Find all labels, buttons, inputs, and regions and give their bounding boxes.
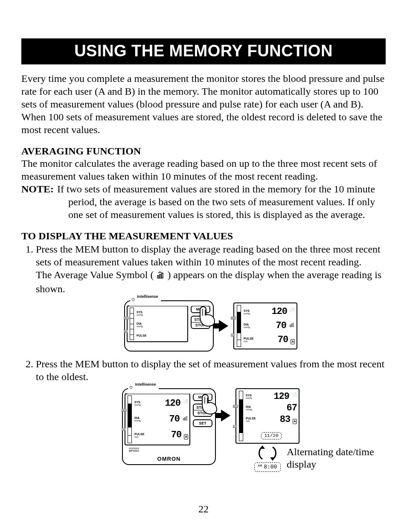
pulse-label: PULSE bbox=[137, 334, 146, 337]
ampm-label: AM bbox=[258, 464, 262, 468]
display-heading: TO DISPLAY THE MEASUREMENT VALUES bbox=[21, 230, 386, 242]
dia-unit: mmHg bbox=[244, 326, 250, 329]
pulse-label: PULSE bbox=[134, 433, 144, 436]
averaging-heading: AVERAGING FUNCTION bbox=[21, 145, 386, 157]
step-1-text-b-pre: The Average Value Symbol ( bbox=[36, 269, 154, 280]
scale-tick-hi: 135 bbox=[124, 317, 129, 320]
alternating-caption: Alternating date/time display bbox=[287, 446, 385, 471]
user-tag: A bbox=[184, 434, 188, 439]
figure-1: ♡ Intellisense 135 85 bbox=[36, 300, 386, 352]
svg-rect-5 bbox=[293, 323, 294, 326]
sys-value: 120 bbox=[165, 399, 180, 408]
scale-tick-lo: 85 bbox=[233, 425, 237, 428]
dia-label: DIA bbox=[134, 416, 141, 419]
page-title: USING THE MEMORY FUNCTION bbox=[21, 38, 386, 64]
sys-label: SYS bbox=[137, 311, 143, 314]
lcd-stored: 135 85 SYSmmHg 129 📄 bbox=[235, 388, 299, 444]
sys-label: SYS bbox=[246, 394, 252, 397]
time-value: 8:00 bbox=[264, 464, 277, 470]
scale-tick-lo: 85 bbox=[124, 330, 128, 333]
intro-paragraph: Every time you complete a measurement th… bbox=[21, 72, 386, 136]
svg-rect-7 bbox=[185, 418, 186, 420]
dia-value: 67 bbox=[287, 404, 297, 413]
scale-tick-hi: 135 bbox=[231, 317, 236, 320]
svg-marker-10 bbox=[270, 457, 275, 461]
memory-icon: 📄 bbox=[290, 308, 295, 313]
user-tag: A bbox=[291, 339, 295, 344]
svg-rect-3 bbox=[290, 325, 291, 327]
cycle-arrows-icon bbox=[255, 445, 280, 461]
pulse-unit: /min bbox=[246, 420, 256, 422]
pulse-label: PULSE bbox=[246, 417, 256, 420]
average-icon bbox=[182, 415, 188, 423]
averaging-text: The monitor calculates the average readi… bbox=[21, 157, 386, 183]
sys-unit: mmHg bbox=[134, 404, 141, 406]
svg-marker-9 bbox=[260, 445, 265, 449]
pulse-unit: /min bbox=[244, 340, 253, 343]
maker-label: OMRON bbox=[123, 456, 215, 462]
set-button[interactable]: SET bbox=[193, 419, 212, 427]
arrow-right-icon bbox=[221, 410, 230, 422]
sys-unit: mmHg bbox=[246, 397, 252, 399]
sys-unit: mmHg bbox=[244, 312, 250, 315]
sys-label: SYS bbox=[244, 309, 250, 312]
svg-rect-1 bbox=[160, 274, 161, 278]
pulse-value: 70 bbox=[278, 336, 288, 344]
dia-unit: mmHg bbox=[137, 325, 143, 328]
step-2-text: Press the MEM button to display the set … bbox=[36, 358, 384, 382]
pulse-label: PULSE bbox=[244, 337, 253, 340]
pulse-value: 70 bbox=[171, 431, 181, 439]
svg-rect-2 bbox=[162, 273, 163, 278]
step-2: Press the MEM button to display the set … bbox=[36, 358, 386, 472]
user-tag: A bbox=[293, 419, 297, 424]
sys-unit: mmHg bbox=[137, 314, 143, 316]
step-1-text-a: Press the MEM button to display the aver… bbox=[36, 244, 381, 267]
model-label: BP652 bbox=[129, 448, 139, 453]
date-display: 11/20 bbox=[261, 432, 281, 440]
svg-rect-0 bbox=[157, 276, 159, 278]
step-1: Press the MEM button to display the aver… bbox=[36, 243, 386, 352]
note-label: NOTE: bbox=[21, 183, 57, 221]
scale-tick-lo: 85 bbox=[231, 334, 235, 337]
brand-label: Intellisense bbox=[136, 294, 160, 299]
pulse-value: 83 bbox=[280, 416, 290, 424]
page-number: 22 bbox=[0, 503, 407, 515]
memory-icon: 📄 bbox=[183, 399, 188, 405]
dia-value: 70 bbox=[276, 322, 286, 330]
dia-label: DIA bbox=[246, 405, 252, 408]
dia-label: DIA bbox=[244, 323, 250, 326]
lcd-blank: 135 85 SYSmmHg DIAmmHg PULSE bbox=[127, 305, 188, 342]
dia-unit: mmHg bbox=[246, 408, 252, 411]
sys-value: 120 bbox=[271, 308, 287, 316]
average-icon bbox=[289, 322, 295, 329]
device-illustration: ♡ Intellisense 135 85 bbox=[124, 300, 214, 352]
scale-tick-hi: 135 bbox=[233, 405, 238, 408]
lcd-average: 135 85 SYSmmHg 120 📄 bbox=[233, 302, 297, 349]
svg-rect-8 bbox=[186, 416, 187, 420]
sys-label: SYS bbox=[134, 401, 141, 404]
figure-2: ♡ Intellisense 135 85 bbox=[36, 388, 386, 472]
arrow-right-icon bbox=[219, 320, 228, 332]
dia-label: DIA bbox=[137, 322, 143, 325]
average-symbol-icon bbox=[156, 270, 165, 282]
lcd-on-device: 135 85 SYSmmHg 120 bbox=[125, 393, 190, 445]
sys-value: 129 bbox=[273, 392, 289, 401]
dia-unit: mmHg bbox=[134, 419, 141, 422]
scale-tick-lo: 85 bbox=[122, 428, 125, 431]
brand-label: Intellisense bbox=[134, 382, 157, 387]
svg-rect-6 bbox=[183, 419, 184, 420]
scale-tick-hi: 135 bbox=[122, 409, 127, 412]
memory-icon: 📄 bbox=[292, 392, 297, 398]
device-illustration-full: ♡ Intellisense 135 85 bbox=[122, 388, 216, 465]
svg-rect-4 bbox=[291, 324, 292, 327]
time-display: AM8:00 bbox=[254, 462, 281, 472]
note-text: If two sets of measurement values are st… bbox=[57, 183, 386, 221]
pulse-unit: /min bbox=[134, 436, 144, 438]
dia-value: 70 bbox=[169, 415, 180, 424]
